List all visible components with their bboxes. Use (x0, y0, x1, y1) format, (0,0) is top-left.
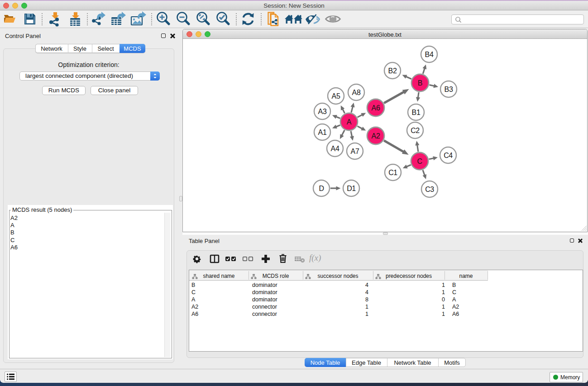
svg-text:C4: C4 (444, 152, 453, 159)
svg-text:A1: A1 (318, 129, 327, 136)
svg-text:C2: C2 (411, 127, 420, 134)
svg-text:A5: A5 (332, 92, 340, 100)
svg-text:C3: C3 (425, 186, 434, 193)
svg-text:D: D (319, 185, 324, 192)
svg-text:A2: A2 (372, 132, 380, 140)
svg-text:C: C (417, 157, 422, 165)
svg-text:B4: B4 (425, 51, 434, 58)
svg-text:B: B (418, 79, 422, 87)
svg-text:A8: A8 (352, 89, 361, 96)
svg-text:C1: C1 (388, 169, 397, 176)
svg-text:D1: D1 (347, 185, 356, 192)
svg-text:A6: A6 (372, 104, 380, 112)
svg-text:A7: A7 (351, 148, 359, 155)
svg-text:B2: B2 (388, 67, 397, 75)
svg-text:A: A (347, 118, 352, 126)
svg-text:B1: B1 (412, 109, 421, 116)
svg-text:A3: A3 (318, 108, 327, 115)
svg-text:A4: A4 (331, 145, 339, 152)
svg-text:B3: B3 (445, 86, 453, 93)
